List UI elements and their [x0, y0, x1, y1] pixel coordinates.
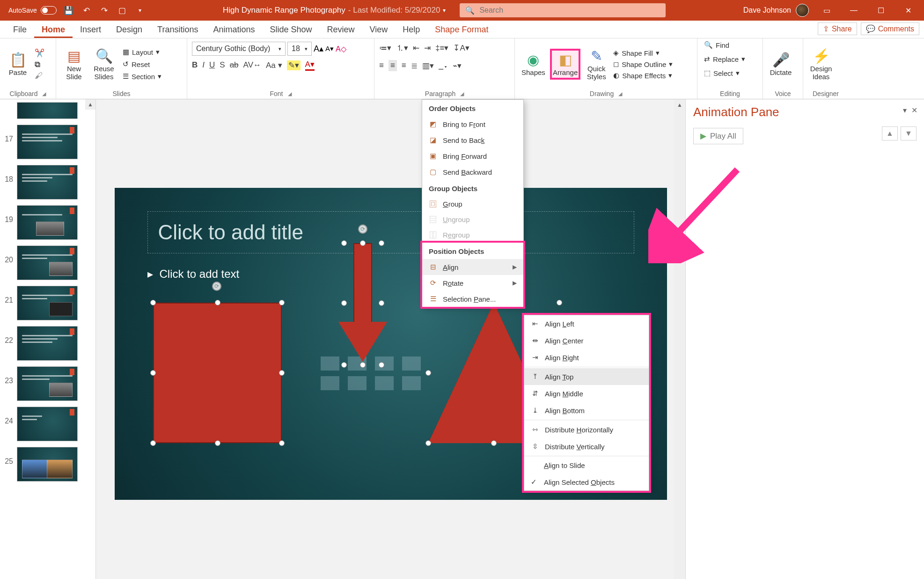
quick-styles-button[interactable]: ✎Quick Styles: [583, 46, 609, 82]
minimize-icon[interactable]: —: [844, 3, 863, 17]
qat-more-icon[interactable]: ▾: [134, 5, 146, 16]
format-painter-icon[interactable]: 🖌: [35, 71, 44, 81]
align-center-button[interactable]: ≡: [389, 60, 397, 71]
slide-thumb-25[interactable]: [17, 447, 78, 482]
tab-slideshow[interactable]: Slide Show: [263, 21, 320, 38]
comments-button[interactable]: 💬Comments: [861, 22, 919, 35]
slide-canvas-area[interactable]: ▲ Click to add title ▸Click to add text …: [96, 99, 685, 579]
slide-thumb-20[interactable]: [17, 245, 78, 280]
font-family-combo[interactable]: Century Gothic (Body)▾: [192, 42, 286, 56]
bold-button[interactable]: B: [192, 60, 198, 70]
align-left-button[interactable]: ≡: [379, 61, 384, 70]
numbering-button[interactable]: ⒈▾: [396, 43, 408, 53]
shape-arrow-down[interactable]: [344, 243, 381, 365]
menu-align-right[interactable]: ⇥Align Right: [524, 349, 649, 366]
decrease-font-icon[interactable]: A▾: [325, 45, 334, 53]
replace-button[interactable]: ⇄Replace ▾: [702, 54, 747, 64]
menu-distribute-horizontal[interactable]: ⇿Distribute Horizontally: [524, 421, 649, 438]
vertical-scrollbar[interactable]: ▲: [674, 99, 685, 579]
design-ideas-button[interactable]: ⚡Design Ideas: [808, 46, 834, 82]
dictate-button[interactable]: 🎤Dictate: [768, 50, 794, 79]
rotate-handle-icon[interactable]: ⟳: [358, 224, 367, 234]
tab-review[interactable]: Review: [320, 21, 362, 38]
reset-button[interactable]: ↺Reset: [121, 59, 163, 69]
dialog-launcher-icon[interactable]: ◢: [618, 91, 622, 97]
strike-button[interactable]: ab: [230, 60, 239, 70]
tab-help[interactable]: Help: [395, 21, 427, 38]
shapes-button[interactable]: ◉Shapes: [520, 50, 547, 79]
tab-transitions[interactable]: Transitions: [150, 21, 205, 38]
shape-outline-button[interactable]: ◻Shape Outline ▾: [613, 60, 673, 68]
move-down-button[interactable]: ▼: [901, 126, 917, 141]
menu-selection-pane[interactable]: ☰Selection Pane...: [422, 291, 523, 307]
account-button[interactable]: Dave Johnson: [743, 4, 809, 17]
share-button[interactable]: ⇪Share: [818, 22, 857, 35]
char-spacing-button[interactable]: AV↔: [243, 60, 261, 70]
align-text-button[interactable]: ⎯▾: [439, 61, 448, 70]
dialog-launcher-icon[interactable]: ◢: [42, 91, 46, 97]
italic-button[interactable]: I: [202, 60, 205, 70]
menu-bring-to-front[interactable]: ◩Bring to Front: [422, 116, 523, 132]
menu-align-to-slide[interactable]: Align to Slide: [524, 457, 649, 474]
slide-thumb-17[interactable]: [17, 125, 78, 159]
menu-bring-forward[interactable]: ▣Bring Forward: [422, 148, 523, 164]
tab-file[interactable]: File: [6, 21, 34, 38]
shadow-button[interactable]: S: [220, 60, 225, 70]
smartart-button[interactable]: ⌁▾: [453, 61, 462, 71]
menu-group[interactable]: ⿴Group: [422, 196, 523, 212]
clear-format-icon[interactable]: A◇: [336, 45, 346, 53]
cut-icon[interactable]: ✂️: [35, 48, 44, 58]
rotate-handle-icon[interactable]: ⟳: [212, 282, 221, 291]
slide-thumb-18[interactable]: [17, 165, 78, 200]
title-placeholder[interactable]: Click to add title: [147, 211, 634, 253]
menu-send-to-back[interactable]: ◪Send to Back: [422, 132, 523, 148]
dialog-launcher-icon[interactable]: ◢: [460, 91, 464, 97]
decrease-indent-button[interactable]: ⇤: [413, 43, 419, 53]
layout-button[interactable]: ▦Layout ▾: [121, 47, 163, 57]
slide-thumb[interactable]: [17, 102, 78, 119]
title-dropdown-icon[interactable]: ▾: [443, 7, 446, 14]
move-up-button[interactable]: ▲: [882, 126, 898, 141]
menu-send-backward[interactable]: ▢Send Backward: [422, 164, 523, 180]
paste-button[interactable]: 📋 Paste: [5, 50, 31, 79]
increase-indent-button[interactable]: ⇥: [424, 43, 431, 53]
close-icon[interactable]: ✕: [899, 3, 917, 17]
scroll-up-icon[interactable]: ▲: [85, 99, 95, 110]
slide-thumb-22[interactable]: [17, 326, 78, 361]
tab-home[interactable]: Home: [34, 21, 73, 38]
menu-rotate[interactable]: ⟳Rotate▶: [422, 275, 523, 291]
save-icon[interactable]: 💾: [63, 5, 74, 16]
section-button[interactable]: ☰Section ▾: [121, 71, 163, 82]
reuse-slides-button[interactable]: 🔍Reuse Slides: [91, 46, 117, 82]
redo-icon[interactable]: ↷: [99, 5, 110, 16]
shape-fill-button[interactable]: ◈Shape Fill ▾: [613, 49, 673, 57]
menu-align-top[interactable]: ⤒Align Top: [524, 368, 649, 385]
shape-rectangle[interactable]: [153, 303, 282, 443]
dialog-launcher-icon[interactable]: ◢: [288, 91, 292, 97]
find-button[interactable]: 🔍Find: [702, 40, 731, 50]
present-icon[interactable]: ▢: [117, 5, 128, 16]
menu-distribute-vertical[interactable]: ⇳Distribute Vertically: [524, 438, 649, 455]
new-slide-button[interactable]: ▤New Slide: [61, 46, 87, 82]
arrange-button[interactable]: ◧Arrange: [551, 50, 579, 79]
font-size-combo[interactable]: 18▾: [287, 42, 312, 56]
tab-view[interactable]: View: [362, 21, 396, 38]
line-spacing-button[interactable]: ‡≡▾: [435, 43, 448, 53]
font-color-button[interactable]: A▾: [305, 59, 315, 71]
ribbon-display-icon[interactable]: ▭: [817, 3, 836, 17]
tab-animations[interactable]: Animations: [205, 21, 262, 38]
columns-button[interactable]: ▥▾: [422, 61, 434, 71]
menu-align-bottom[interactable]: ⤓Align Bottom: [524, 402, 649, 419]
increase-font-icon[interactable]: A▴: [314, 44, 323, 54]
select-button[interactable]: ⬚Select ▾: [702, 68, 741, 78]
close-pane-icon[interactable]: ✕: [911, 106, 917, 115]
justify-button[interactable]: ≣: [411, 61, 418, 71]
undo-icon[interactable]: ↶: [81, 5, 92, 16]
copy-icon[interactable]: ⧉: [35, 60, 44, 69]
search-box[interactable]: 🔍: [460, 3, 666, 17]
autosave-toggle[interactable]: AutoSave: [8, 6, 57, 15]
slide-thumb-23[interactable]: [17, 366, 78, 401]
shape-effects-button[interactable]: ◐Shape Effects ▾: [613, 71, 673, 80]
slide-thumb-24[interactable]: [17, 407, 78, 441]
bullets-button[interactable]: ≔▾: [379, 43, 391, 53]
